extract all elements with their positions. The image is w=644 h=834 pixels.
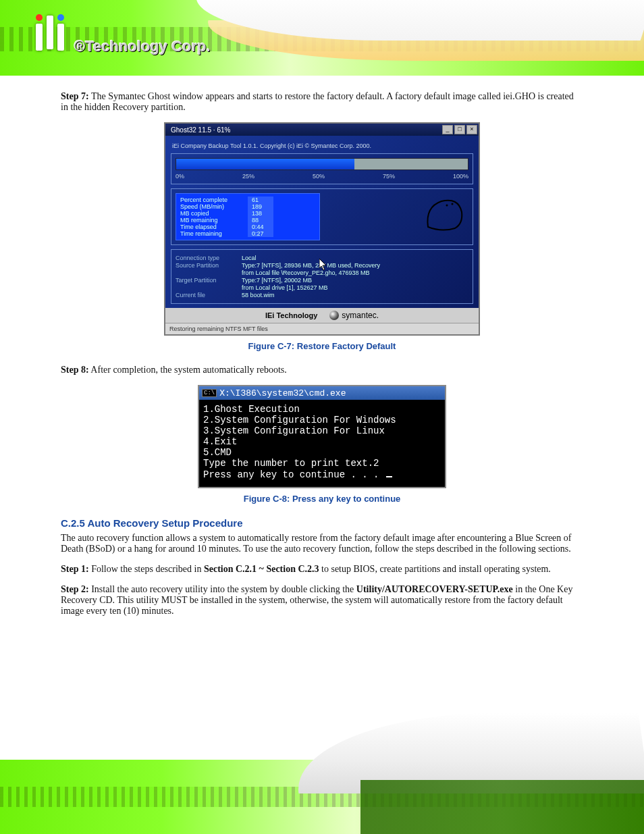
- step-2-text-a: Install the auto recovery utility into t…: [91, 584, 356, 594]
- ghost-title: Ghost32 11.5 · 61%: [167, 126, 230, 134]
- step-2-label: Step 2:: [61, 584, 89, 594]
- svg-point-1: [452, 203, 454, 205]
- step-1-text-a: Follow the steps described in: [91, 564, 204, 574]
- stat-val: 138: [248, 210, 273, 217]
- step-2: Step 2: Install the auto recovery utilit…: [61, 584, 583, 617]
- detail-val: Type:7 [NTFS], 20002 MB: [242, 277, 312, 284]
- minimize-icon[interactable]: _: [442, 125, 453, 134]
- ghost-body: iEi Company Backup Tool 1.0.1. Copyright…: [165, 136, 479, 323]
- stat-lab: Percent complete: [180, 197, 240, 203]
- detail-val: from Local file \Recovery_PE2.gho, 47693…: [242, 269, 370, 276]
- stat-lab: MB copied: [180, 210, 240, 217]
- cmd-caret-icon: [386, 476, 392, 477]
- stat-val: 61: [248, 197, 273, 203]
- close-icon[interactable]: ×: [466, 125, 477, 134]
- mouse-cursor-icon: [319, 259, 327, 271]
- ghost-logo-icon: [421, 193, 468, 234]
- step-7-label: Step 7:: [61, 91, 89, 101]
- detail-lab: [176, 269, 236, 276]
- detail-val: 58 boot.wim: [242, 292, 275, 298]
- ghost-titlebar: Ghost32 11.5 · 61% _ □ ×: [165, 124, 479, 136]
- step-1: Step 1: Follow the steps described in Se…: [61, 564, 583, 575]
- step-1-label: Step 1:: [61, 564, 89, 574]
- symantec-text: symantec.: [342, 311, 379, 320]
- step-7: Step 7: The Symantec Ghost window appear…: [61, 91, 583, 113]
- brand-text: ®Technology Corp.: [74, 38, 211, 55]
- stat-val: 189: [248, 203, 273, 210]
- progress-ticks: 0% 25% 50% 75% 100%: [176, 173, 468, 180]
- symantec-ball-icon: [329, 311, 339, 320]
- ghost-copyright: iEi Company Backup Tool 1.0.1. Copyright…: [172, 142, 473, 149]
- figure-1-caption: Figure C-7: Restore Factory Default: [0, 341, 644, 351]
- tick-75: 75%: [383, 173, 395, 180]
- tick-25: 25%: [242, 173, 254, 180]
- detail-val: Type:7 [NTFS], 28936 MB, 227 MB used, Re…: [242, 262, 380, 269]
- step-7-text: The Symantec Ghost window appears and st…: [61, 91, 574, 112]
- window-buttons: _ □ ×: [442, 125, 477, 134]
- cmd-titlebar: C:\ X:\I386\system32\cmd.exe: [199, 386, 445, 400]
- ghost-brand-row: IEi Technology symantec.: [165, 308, 479, 323]
- step-1-text-b: to setup BIOS, create partitions and ins…: [319, 564, 551, 574]
- tick-100: 100%: [453, 173, 468, 180]
- step-8: Step 8: After completion, the system aut…: [61, 365, 583, 375]
- cmd-body[interactable]: 1.Ghost Execution 2.System Configuration…: [199, 400, 445, 487]
- detail-val: from Local drive [1], 152627 MB: [242, 284, 328, 291]
- detail-lab: [176, 284, 236, 291]
- stat-lab: Time remaining: [180, 230, 240, 237]
- footer-decor: [0, 760, 644, 834]
- stat-val: 0:44: [248, 224, 273, 230]
- stat-val: 88: [248, 217, 273, 224]
- step-8-label: Step 8:: [61, 365, 89, 375]
- cmd-text: 1.Ghost Execution 2.System Configuration…: [203, 404, 396, 480]
- step-2-bold: Utility/AUTORECOVERY-SETUP.exe: [356, 584, 513, 594]
- svg-point-0: [446, 205, 448, 207]
- figure-ghost-window: Ghost32 11.5 · 61% _ □ × iEi Company Bac…: [164, 122, 480, 336]
- stat-lab: Speed (MB/min): [180, 203, 240, 210]
- stat-lab: Time elapsed: [180, 224, 240, 230]
- detail-lab: Current file: [176, 292, 236, 298]
- detail-lab: Connection type: [176, 255, 236, 261]
- page-content: Step 7: The Symantec Ghost window appear…: [0, 91, 644, 626]
- footer-chip-art: [360, 780, 644, 834]
- cmd-title: X:\I386\system32\cmd.exe: [219, 388, 346, 398]
- stats-table: Percent complete61 Speed (MB/min)189 MB …: [176, 193, 320, 240]
- figure-2-caption: Figure C-8: Press any key to continue: [0, 494, 644, 504]
- step-1-bold: Section C.2.1 ~ Section C.2.3: [204, 564, 319, 574]
- stats-panel: Percent complete61 Speed (MB/min)189 MB …: [171, 188, 473, 245]
- iei-logo-icon: [20, 12, 80, 53]
- progress-panel: 0% 25% 50% 75% 100%: [171, 153, 473, 184]
- tick-0: 0%: [176, 173, 184, 180]
- section-intro: The auto recovery function allows a syst…: [61, 533, 583, 554]
- figure-cmd-window: C:\ X:\I386\system32\cmd.exe 1.Ghost Exe…: [198, 385, 446, 488]
- cmd-icon: C:\: [202, 389, 217, 397]
- symantec-brand: symantec.: [329, 311, 379, 320]
- stat-val: 0:27: [248, 230, 273, 237]
- iei-brand: IEi Technology: [265, 311, 317, 319]
- step-8-text: After completion, the system automatical…: [90, 365, 286, 375]
- ghost-statusbar: Restoring remaining NTFS MFT files: [165, 323, 479, 334]
- progress-fill: [176, 159, 354, 170]
- detail-val: Local: [242, 255, 257, 261]
- header-decor: ®Technology Corp.: [0, 0, 644, 76]
- section-title: C.2.5 Auto Recovery Setup Procedure: [61, 517, 583, 529]
- detail-lab: Source Partition: [176, 262, 236, 269]
- progress-bar: [176, 158, 468, 170]
- details-panel: Connection typeLocal Source PartitionTyp…: [171, 249, 473, 304]
- tick-50: 50%: [313, 173, 325, 180]
- stat-lab: MB remaining: [180, 217, 240, 224]
- maximize-icon[interactable]: □: [454, 125, 465, 134]
- detail-lab: Target Partition: [176, 277, 236, 284]
